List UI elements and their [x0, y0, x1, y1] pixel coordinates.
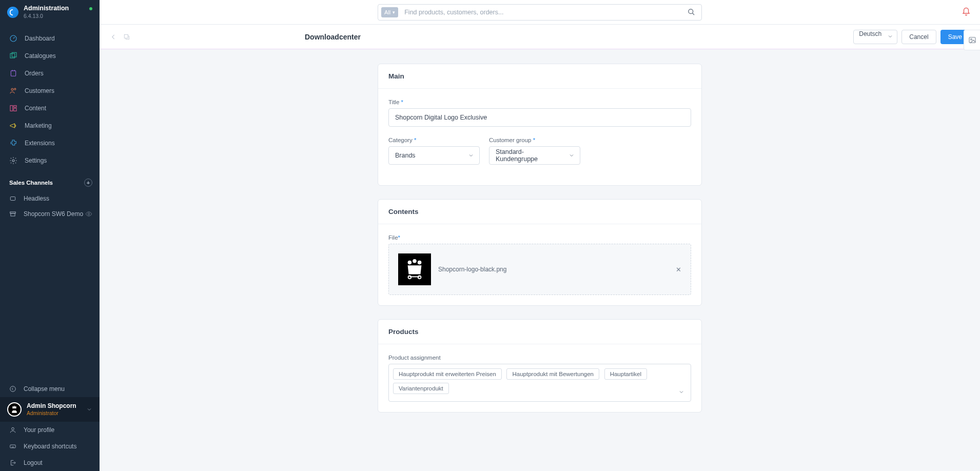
product-tag[interactable]: Hauptartikel	[604, 368, 647, 380]
catalogue-icon	[9, 52, 17, 60]
your-profile[interactable]: Your profile	[0, 422, 100, 438]
nav-orders-label: Orders	[25, 70, 44, 77]
chevron-down-icon	[569, 152, 575, 159]
app-version: 6.4.13.0	[24, 13, 43, 19]
sales-channels-label: Sales Channels	[9, 180, 53, 186]
side-panel-toggle[interactable]	[964, 30, 980, 50]
user-icon	[9, 426, 16, 434]
svg-rect-27	[409, 266, 411, 273]
nav-orders[interactable]: Orders	[0, 65, 100, 82]
notifications-icon[interactable]	[962, 7, 971, 16]
sidebar-foot-links: Your profile Keyboard shortcuts Logout	[0, 422, 100, 471]
eye-icon[interactable]	[85, 210, 92, 218]
channel-shopcorn[interactable]: Shopcorn SW6 Demo	[0, 206, 100, 222]
svg-rect-6	[10, 105, 13, 111]
svg-rect-2	[12, 52, 16, 57]
nav-catalogues[interactable]: Catalogues	[0, 47, 100, 65]
svg-point-15	[12, 406, 13, 407]
user-role: Administrator	[27, 410, 58, 416]
logout-label: Logout	[24, 459, 43, 466]
svg-rect-28	[413, 266, 414, 273]
nav-marketing-label: Marketing	[25, 122, 52, 129]
sidebar-footer: Collapse menu	[0, 381, 100, 397]
nav-content[interactable]: Content	[0, 100, 100, 117]
status-dot-icon	[89, 7, 92, 10]
customer-group-select[interactable]: Standard-Kundengruppe	[489, 146, 580, 165]
logout[interactable]: Logout	[0, 455, 100, 471]
page-title: Downloadcenter	[130, 33, 853, 41]
keyboard-shortcuts[interactable]: Keyboard shortcuts	[0, 438, 100, 455]
svg-point-4	[11, 88, 13, 90]
nav-dashboard[interactable]: Dashboard	[0, 30, 100, 47]
svg-rect-30	[419, 266, 420, 273]
chevron-down-icon	[86, 406, 92, 413]
channel-headless-label: Headless	[24, 195, 49, 202]
svg-rect-29	[416, 266, 417, 273]
svg-point-17	[15, 406, 16, 407]
nav-extensions[interactable]: Extensions	[0, 134, 100, 152]
svg-rect-33	[409, 276, 419, 277]
global-search: All ▾	[378, 4, 702, 21]
app-logo-icon	[7, 7, 18, 18]
svg-point-18	[12, 427, 14, 430]
user-menu[interactable]: Admin Shopcorn Administrator	[0, 397, 100, 422]
search-input[interactable]	[401, 9, 681, 16]
card-contents: Contents File*	[378, 199, 702, 306]
remove-file-button[interactable]: ✕	[676, 266, 681, 273]
nav-catalogues-label: Catalogues	[25, 52, 56, 60]
nav-customers-label: Customers	[25, 87, 54, 94]
gear-icon	[9, 156, 17, 165]
nav-marketing[interactable]: Marketing	[0, 117, 100, 134]
card-main-title: Main	[378, 64, 701, 89]
language-select[interactable]: Deutsch	[853, 30, 897, 44]
shortcuts-label: Keyboard shortcuts	[24, 443, 76, 450]
header-actions: Deutsch Cancel Save	[853, 30, 970, 44]
title-input[interactable]	[388, 108, 691, 127]
main-nav: Dashboard Catalogues Orders Customers Co…	[0, 24, 100, 169]
logout-icon	[9, 459, 16, 466]
caret-down-icon: ▾	[393, 10, 395, 15]
customer-group-value: Standard-Kundengruppe	[496, 148, 563, 163]
svg-rect-19	[10, 445, 16, 448]
language-value: Deutsch	[853, 30, 897, 44]
brand-block: Administration 6.4.13.0	[0, 0, 100, 24]
nav-dashboard-label: Dashboard	[25, 35, 55, 42]
svg-point-26	[418, 261, 422, 265]
sales-channels-list: Headless Shopcorn SW6 Demo	[0, 191, 100, 222]
orders-icon	[9, 69, 17, 77]
product-tag[interactable]: Hauptprodukt mit erweiterten Preisen	[393, 368, 502, 380]
file-name: Shopcorn-logo-black.png	[438, 266, 506, 273]
file-label: File*	[388, 234, 691, 241]
cancel-button[interactable]: Cancel	[901, 30, 936, 44]
search-button[interactable]	[681, 8, 701, 16]
back-icon[interactable]	[110, 33, 117, 41]
nav-content-label: Content	[25, 105, 46, 112]
channel-headless[interactable]: Headless	[0, 191, 100, 206]
search-scope-dropdown[interactable]: All ▾	[381, 7, 398, 17]
nav-customers[interactable]: Customers	[0, 82, 100, 100]
collapse-menu[interactable]: Collapse menu	[0, 381, 100, 397]
collapse-label: Collapse menu	[24, 385, 65, 392]
content-icon	[9, 104, 17, 112]
svg-point-16	[14, 406, 15, 407]
content-scroll[interactable]: Main Title * Category * Brands Cu	[100, 49, 980, 471]
category-select[interactable]: Brands	[388, 146, 480, 165]
chevron-down-icon	[468, 152, 474, 159]
svg-rect-7	[14, 105, 16, 107]
svg-point-14	[10, 386, 16, 392]
add-channel-button[interactable]: +	[84, 179, 92, 187]
category-label: Category *	[388, 137, 480, 143]
svg-point-5	[14, 88, 16, 90]
nav-settings-label: Settings	[25, 157, 47, 164]
nav-settings[interactable]: Settings	[0, 152, 100, 169]
svg-rect-12	[11, 213, 15, 216]
product-tag[interactable]: Variantenprodukt	[393, 383, 449, 394]
product-tag[interactable]: Hauptprodukt mit Bewertungen	[506, 368, 599, 380]
file-upload[interactable]: Shopcorn-logo-black.png ✕	[388, 244, 691, 295]
nav-extensions-label: Extensions	[25, 140, 55, 147]
open-new-icon[interactable]	[123, 33, 130, 41]
header-back-tools	[110, 33, 130, 41]
product-assignment-select[interactable]: Hauptprodukt mit erweiterten Preisen Hau…	[388, 364, 691, 402]
image-icon	[968, 36, 976, 44]
search-icon	[688, 8, 695, 16]
